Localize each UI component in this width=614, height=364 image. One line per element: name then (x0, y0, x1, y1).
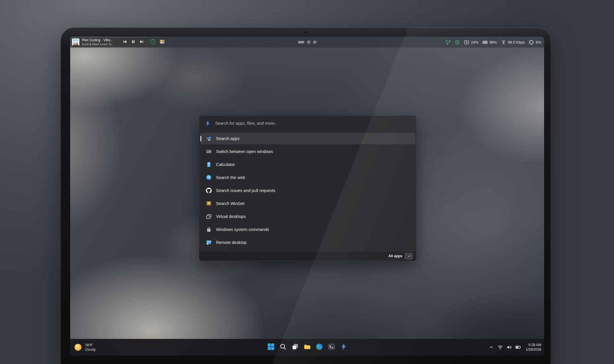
palette-item[interactable]: Search the web (200, 172, 415, 183)
chevron-up-icon[interactable] (488, 344, 495, 351)
clock-date: 1/29/2026 (526, 347, 541, 352)
battery-icon[interactable] (514, 344, 522, 351)
screen-sampler-icon[interactable] (159, 39, 165, 46)
palette-item[interactable]: Search apps (200, 133, 415, 144)
next-icon (139, 40, 144, 45)
taskbar-task-view-button[interactable] (290, 341, 300, 353)
window-pager (298, 40, 317, 44)
palette-list: Search appsSwitch between open windowsCa… (199, 131, 416, 251)
taskbar-terminal-button[interactable] (326, 341, 337, 353)
taskbar-powertoys-run-button[interactable] (338, 341, 349, 353)
task-view-icon (291, 343, 299, 352)
palette-item[interactable]: Search WinGet (200, 198, 415, 209)
record-icon (455, 40, 460, 45)
weather-temperature: 78°F (85, 343, 96, 348)
system-commands-icon (206, 227, 212, 232)
weather-text: 78°F Cloudy (85, 343, 96, 352)
terminal-icon (328, 343, 335, 352)
taskbar-center-icons (266, 341, 349, 353)
network-icon (501, 40, 506, 45)
palette-footer: All apps (199, 251, 416, 261)
laptop-frame: Pilot Coding - Vibe.. Scott & Mark Learn… (61, 27, 551, 364)
wifi-icon[interactable] (496, 344, 504, 351)
web-search-icon (206, 175, 212, 180)
album-art (72, 38, 79, 46)
previous-button[interactable] (123, 40, 127, 45)
weather-widget[interactable]: 78°F Cloudy (74, 343, 96, 352)
pager-pill[interactable] (298, 41, 304, 43)
media-text: Pilot Coding - Vibe.. Scott & Mark Learn… (82, 38, 119, 46)
taskbar-edge-button[interactable] (314, 341, 325, 353)
palette-search-row[interactable]: Search for apps, files, and more.. (199, 116, 416, 131)
previous-icon (123, 40, 127, 45)
powertoys-run-icon (340, 343, 347, 352)
all-apps-label[interactable]: All apps (388, 254, 402, 258)
start-icon (267, 343, 275, 352)
webcam-dot (305, 31, 307, 33)
palette-item-label: Search apps (216, 136, 239, 141)
cpu-icon (529, 40, 534, 45)
tray-icon-group (488, 344, 522, 351)
calculator-icon (206, 162, 212, 167)
volume-icon[interactable] (505, 344, 513, 351)
github-icon (206, 188, 212, 193)
edge-icon (316, 343, 323, 352)
palette-item-label: Remote desktop (216, 240, 247, 245)
next-button[interactable] (139, 40, 144, 45)
stat-value: 56% (490, 40, 497, 44)
taskbar-start-button[interactable] (266, 341, 276, 353)
window-switcher-icon (206, 149, 212, 154)
media-widget-extras (150, 39, 165, 46)
search-input[interactable]: Search for apps, files, and more.. (215, 121, 277, 126)
stat-cpu: 8% (529, 40, 541, 45)
stat-network: 96.0 Kbps (501, 40, 525, 45)
taskbar-taskbar-search-button[interactable] (278, 341, 288, 353)
clock-time: 9:28 AM (526, 343, 541, 347)
system-tray: 9:28 AM 1/29/2026 (488, 343, 541, 352)
taskbar-clock[interactable]: 9:28 AM 1/29/2026 (526, 343, 541, 352)
palette-item[interactable]: Switch between open windows (200, 146, 415, 157)
palette-item-label: Switch between open windows (216, 149, 273, 154)
timer-icon[interactable] (150, 39, 156, 46)
enter-key-icon[interactable] (405, 253, 413, 259)
stat-activity: 24% (464, 40, 479, 45)
stage: Pilot Coding - Vibe.. Scott & Mark Learn… (0, 0, 614, 364)
search-apps-icon (206, 136, 212, 141)
palette-item-label: Search the web (216, 175, 245, 180)
winget-icon (206, 201, 212, 206)
palette-item-label: Search WinGet (216, 201, 244, 206)
stat-git-branch (445, 40, 451, 45)
media-subtitle: Scott & Mark Learn To.. (82, 42, 119, 46)
pause-button[interactable] (131, 40, 135, 45)
command-palette: Search for apps, files, and more.. Searc… (199, 115, 416, 261)
palette-item[interactable]: Windows system commands (200, 224, 415, 235)
virtual-desktops-icon (206, 214, 212, 219)
taskbar: 78°F Cloudy 9:28 AM 1/29/2026 (70, 339, 544, 356)
palette-item-label: Virtual desktops (216, 214, 246, 219)
stat-value: 96.0 Kbps (508, 40, 525, 44)
media-title: Pilot Coding - Vibe.. (82, 38, 119, 42)
pager-dot[interactable] (307, 40, 310, 44)
git-branch-icon (445, 40, 451, 45)
file-explorer-icon (304, 343, 311, 352)
palette-item[interactable]: Remote desktop (200, 237, 415, 248)
top-bar: Pilot Coding - Vibe.. Scott & Mark Learn… (70, 37, 544, 48)
media-controls (123, 40, 144, 45)
taskbar-file-explorer-button[interactable] (302, 341, 312, 353)
system-stats: 24%56%96.0 Kbps8% (445, 40, 541, 45)
stat-record (455, 40, 460, 45)
pager-dot[interactable] (313, 40, 317, 44)
screen: Pilot Coding - Vibe.. Scott & Mark Learn… (70, 37, 544, 356)
palette-item[interactable]: Search issues and pull requests (200, 185, 415, 196)
palette-item-label: Windows system commands (216, 227, 269, 232)
memory-icon (482, 40, 488, 45)
media-widget[interactable]: Pilot Coding - Vibe.. Scott & Mark Learn… (71, 38, 168, 47)
palette-item[interactable]: Calculator (200, 159, 415, 170)
command-palette-bolt-icon (205, 120, 211, 126)
remote-desktop-icon (206, 240, 212, 245)
stat-value: 8% (536, 40, 541, 44)
palette-item-label: Search issues and pull requests (216, 188, 276, 193)
palette-item[interactable]: Virtual desktops (200, 211, 415, 222)
sun-icon (74, 343, 82, 352)
taskbar-search-icon (279, 343, 287, 352)
